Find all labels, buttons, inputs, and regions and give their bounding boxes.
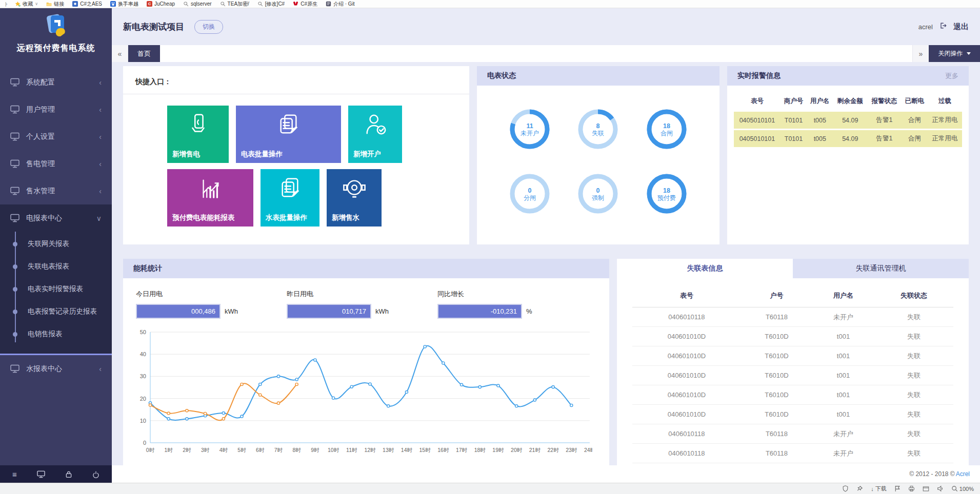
donut-label: 分闸 — [524, 194, 536, 201]
sidebar-subitem[interactable]: 电销售报表 — [0, 323, 112, 345]
svg-text:19时: 19时 — [492, 447, 504, 453]
quick-tile-label: 新增售水 — [332, 213, 359, 222]
pointer-icon — [183, 1, 189, 7]
table-row[interactable]: 040601010DT6010Dt001失联 — [632, 385, 953, 405]
table-row[interactable]: 040601010DT6010Dt001失联 — [632, 366, 953, 385]
bookmark-label: TEA加密/ — [228, 1, 249, 8]
bookmark-item[interactable]: 换手率越 — [110, 1, 138, 8]
svg-text:16时: 16时 — [437, 447, 449, 453]
app-frame: 远程预付费售电系统 系统配置‹用户管理‹个人设置‹售电管理‹售水管理‹电报表中心… — [0, 8, 980, 483]
red-c-icon: C — [147, 1, 152, 7]
bookmark-item[interactable]: 链接 — [46, 1, 64, 8]
table-row[interactable]: 040601010DT6010Dt001失联 — [632, 346, 953, 366]
sidebar-item[interactable]: 售水管理‹ — [0, 177, 112, 204]
sidebar-item[interactable]: 用户管理‹ — [0, 96, 112, 123]
zoom-control[interactable]: 100% — [951, 485, 974, 492]
hamburger-menu-icon[interactable]: ≡ — [12, 470, 17, 479]
tabs-scroll-left-icon[interactable]: « — [112, 45, 128, 62]
logout-button[interactable]: 退出 — [953, 22, 969, 32]
sidebar-item[interactable]: 售电管理‹ — [0, 150, 112, 177]
tab-home[interactable]: 首页 — [128, 45, 160, 62]
tab-disconnected-gateways[interactable]: 失联通讯管理机 — [793, 259, 969, 278]
monitor-icon[interactable] — [37, 470, 45, 478]
svg-text:20: 20 — [140, 396, 146, 402]
dashboard-row-1: 快捷入口： 新增售电电表批量操作新增开户预付费电表能耗报表水表批量操作新增售水 … — [123, 66, 969, 244]
table-cell: 040601010D — [632, 327, 741, 346]
sidebar-item[interactable]: 系统配置‹ — [0, 69, 112, 96]
sidebar-item[interactable]: 个人设置‹ — [0, 123, 112, 150]
switch-project-button[interactable]: 切换 — [194, 20, 223, 34]
shield-icon[interactable] — [842, 485, 849, 492]
brand-link[interactable]: Acrel — [956, 470, 970, 478]
pin-icon[interactable] — [856, 485, 863, 492]
flag-icon[interactable] — [894, 485, 901, 492]
column-header: 剩余金额 — [833, 92, 867, 110]
sidebar-item[interactable]: 水报表中心‹ — [0, 355, 112, 382]
energy-stat: 今日用电000,486kWh — [136, 290, 238, 319]
printer-icon[interactable] — [908, 485, 915, 492]
bookmarks-list: 收藏∨链接C#之AES换手率越CJuCheapsqlserverTEA加密/[修… — [15, 1, 354, 8]
quick-tile[interactable]: 预付费电表能耗报表 — [167, 169, 253, 227]
bookmark-item[interactable]: sqlserver — [183, 1, 212, 7]
quick-tile[interactable]: 新增开户 — [348, 106, 402, 163]
bookmark-item[interactable]: 收藏∨ — [15, 1, 38, 8]
bookmark-item[interactable]: C#原生 — [293, 1, 317, 8]
bookmark-label: 介绍 · Git — [333, 1, 355, 8]
table-row[interactable]: 0406010118T60118未开户失联 — [632, 444, 953, 463]
bookmarks-overflow-icon[interactable]: |› — [5, 2, 7, 7]
quick-tile[interactable]: 电表批量操作 — [236, 106, 341, 163]
table-row[interactable]: 040601010DT6010Dt001失联 — [632, 405, 953, 424]
bookmark-item[interactable]: [修改]C# — [257, 1, 285, 8]
open-account-icon — [364, 113, 387, 138]
chevron-left-icon: ‹ — [99, 365, 102, 373]
magnifier-icon — [951, 485, 958, 492]
chevron-left-icon: ‹ — [99, 133, 102, 141]
chevron-left-icon: ‹ — [99, 187, 102, 195]
meter-status-header: 电表状态 — [477, 66, 719, 86]
more-link[interactable]: 更多 — [945, 71, 958, 80]
sidebar-subitem[interactable]: 失联电表报表 — [0, 255, 112, 278]
paw-site-icon — [110, 1, 116, 7]
column-header: 报警状态 — [867, 92, 902, 110]
svg-text:14时: 14时 — [401, 447, 413, 453]
sidebar-subitem[interactable]: 失联网关报表 — [0, 233, 112, 255]
quick-tile[interactable]: 水表批量操作 — [261, 169, 319, 227]
bookmark-item[interactable]: C#之AES — [72, 1, 102, 8]
sidebar-item[interactable]: 电报表中心∨ — [0, 204, 112, 232]
speaker-icon[interactable] — [937, 485, 944, 492]
download-button[interactable]: ↓ 下载 — [871, 485, 887, 492]
column-header: 商户号 — [781, 92, 807, 110]
sidebar-item-label: 水报表中心 — [26, 364, 62, 374]
power-icon[interactable] — [92, 470, 99, 478]
table-row[interactable]: 0405010101T0101t00554.09告警1合闸正常用电 — [734, 112, 962, 129]
energy-chart: 010203040500时1时2时3时4时5时6时7时8时9时10时11时12时… — [123, 322, 609, 460]
tabs-scroll-right-icon[interactable]: » — [912, 45, 929, 62]
tab-disconnected-meters[interactable]: 失联表信息 — [617, 259, 793, 278]
svg-text:30: 30 — [140, 373, 146, 379]
table-row[interactable]: 0405010101T0101t00554.09告警1合闸正常用电 — [734, 130, 962, 147]
sidebar-subitem[interactable]: 电表报警记录历史报表 — [0, 300, 112, 323]
svg-text:15时: 15时 — [419, 447, 431, 453]
table-row[interactable]: 0406010118T60118未开户失联 — [632, 424, 953, 444]
table-cell: T6010D — [741, 346, 812, 366]
svg-text:3时: 3时 — [201, 447, 210, 453]
bookmark-item[interactable]: CJuCheap — [147, 1, 175, 7]
table-row[interactable]: 0406010118T60118未开户失联 — [632, 307, 953, 327]
quick-tile-label: 水表批量操作 — [266, 213, 307, 222]
bookmark-item[interactable]: TEA加密/ — [220, 1, 249, 8]
meter-status-donuts: 11未开户8失联18合闸0分闸0强制18预付费 — [477, 86, 719, 218]
window-icon[interactable] — [923, 486, 929, 492]
table-cell: 合闸 — [902, 130, 928, 147]
zoom-level: 100% — [959, 486, 974, 492]
table-cell: 未开户 — [812, 424, 874, 444]
monitor-icon — [10, 214, 19, 222]
bookmark-item[interactable]: 介绍 · Git — [326, 1, 355, 8]
lock-icon[interactable] — [65, 470, 72, 478]
logout-icon[interactable] — [939, 22, 947, 32]
sidebar-group: 个人设置‹ — [0, 123, 112, 150]
sidebar-subitem[interactable]: 电表实时报警报表 — [0, 278, 112, 300]
close-operations-dropdown[interactable]: 关闭操作 — [929, 45, 980, 62]
quick-tile[interactable]: 新增售电 — [167, 106, 229, 163]
table-row[interactable]: 040601010DT6010Dt001失联 — [632, 327, 953, 346]
quick-tile[interactable]: 新增售水 — [327, 169, 382, 227]
